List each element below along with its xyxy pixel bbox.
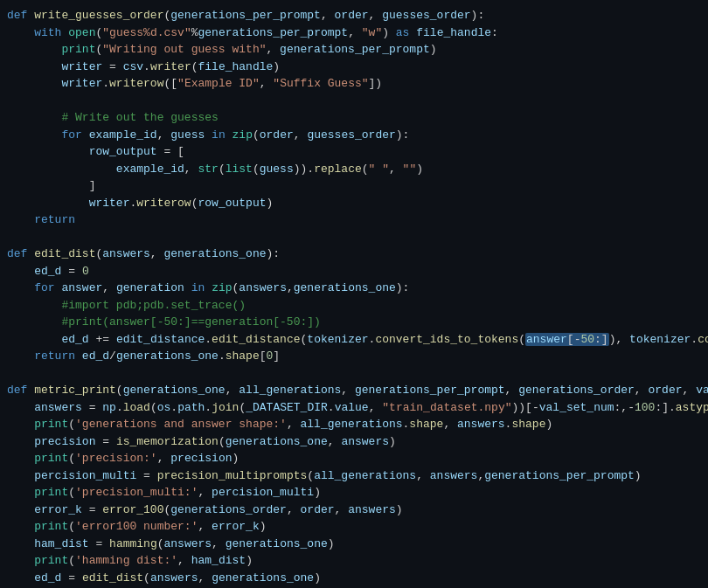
code-line-28: percision_multi = precision_multiprompts… <box>0 467 708 485</box>
code-line-25: print('generations and answer shape:', a… <box>0 416 708 433</box>
code-line-31: print('error100 number:', error_k) <box>0 518 708 536</box>
code-line-3: print("Writing out guess with", generati… <box>0 41 708 59</box>
code-line-16: ed_d = 0 <box>0 263 708 280</box>
code-line-27: print('precision:', precision) <box>0 450 708 467</box>
code-line-13: return <box>0 211 708 229</box>
code-line-23: def metric_print(generations_one, all_ge… <box>0 382 708 399</box>
code-line-20: ed_d += edit_distance.edit_distance(toke… <box>0 331 708 349</box>
code-line-15: def edit_dist(answers, generations_one): <box>0 246 708 263</box>
code-line-5: writer.writerow(["Example ID", "Suffix G… <box>0 75 708 93</box>
code-line-30: error_k = error_100(generations_order, o… <box>0 502 708 519</box>
code-line-10: example_id, str(list(guess)).replace(" "… <box>0 161 708 178</box>
code-line-33: print('hamming dist:', ham_dist) <box>0 552 708 570</box>
code-line-26: precision = is_memorization(generations_… <box>0 433 708 451</box>
code-line-2: with open("guess%d.csv"%generations_per_… <box>0 24 708 42</box>
code-line-9: row_output = [ <box>0 143 708 161</box>
code-line-12: writer.writerow(row_output) <box>0 195 708 212</box>
code-line-1: def write_guesses_order(generations_per_… <box>0 7 708 24</box>
code-line-6 <box>0 93 708 110</box>
code-line-11: ] <box>0 177 708 195</box>
code-line-17: for answer, generation in zip(answers,ge… <box>0 280 708 297</box>
code-editor: def write_guesses_order(generations_per_… <box>0 0 708 588</box>
code-line-21: return ed_d/generations_one.shape[0] <box>0 348 708 365</box>
code-line-18: #import pdb;pdb.set_trace() <box>0 297 708 315</box>
code-line-14 <box>0 229 708 246</box>
code-line-34: ed_d = edit_dist(answers, generations_on… <box>0 570 708 587</box>
code-line-22 <box>0 365 708 383</box>
code-line-8: for example_id, guess in zip(order, gues… <box>0 127 708 144</box>
code-line-32: ham_dist = hamming(answers, generations_… <box>0 536 708 553</box>
code-line-7: # Write out the guesses <box>0 109 708 127</box>
code-line-24: answers = np.load(os.path.join(_DATASET_… <box>0 399 708 417</box>
code-line-4: writer = csv.writer(file_handle) <box>0 59 708 76</box>
code-line-19: #print(answer[-50:]==generation[-50:]) <box>0 314 708 331</box>
code-line-29: print('precision_multi:', percision_mult… <box>0 484 708 502</box>
